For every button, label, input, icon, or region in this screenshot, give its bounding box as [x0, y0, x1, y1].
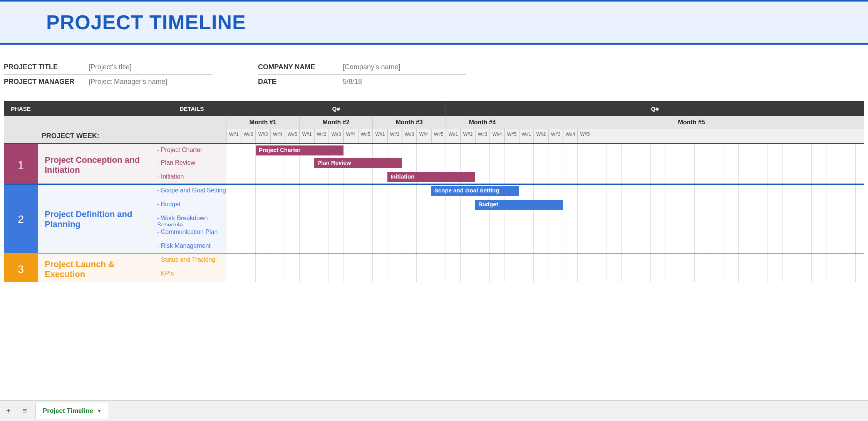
detail-cell[interactable]: - Communication Plan	[157, 226, 226, 240]
phase-row[interactable]: - Communication Plan	[4, 226, 864, 240]
week-cell: W#1	[373, 129, 387, 143]
meta-label: PROJECT MANAGER	[4, 78, 89, 86]
meta-value[interactable]: 5/8/18	[343, 78, 362, 86]
week-cell: W#2	[387, 129, 402, 143]
phase-row[interactable]: - Initiation Initiation	[4, 171, 864, 185]
gantt-bar[interactable]: Initiation	[387, 172, 475, 182]
week-cell: W#5	[504, 129, 519, 143]
week-cell: W#4	[270, 129, 285, 143]
gantt-bar[interactable]: Plan Review	[314, 158, 402, 168]
week-cell: W#2	[534, 129, 548, 143]
meta-row[interactable]: PROJECT MANAGER [Project Manager's name]	[4, 75, 212, 89]
week-cell: W#5	[285, 129, 300, 143]
detail-cell[interactable]: - Plan Review	[157, 157, 226, 171]
meta-label: PROJECT TITLE	[4, 63, 89, 71]
meta-row[interactable]: COMPANY NAME [Company's name]	[258, 60, 466, 75]
week-cell: W#1	[226, 129, 241, 143]
meta-row[interactable]: PROJECT TITLE [Project's title]	[4, 60, 212, 75]
month-cell: Month #3	[373, 116, 446, 129]
phase-row[interactable]: - Risk Management	[4, 240, 864, 254]
schedule-grid[interactable]: PHASE DETAILS Q# Q# Month #1 Month #2 Mo…	[4, 101, 864, 282]
detail-cell[interactable]: - Status and Tracking	[157, 254, 226, 268]
month-cell: Month #2	[300, 116, 373, 129]
detail-cell[interactable]: - Scope and Goal Setting	[157, 185, 226, 199]
meta-row[interactable]: DATE 5/8/18	[258, 75, 466, 89]
meta-label: DATE	[258, 78, 343, 86]
phase-row[interactable]: - Plan Review Plan Review	[4, 157, 864, 171]
phase-row[interactable]: 3 Project Launch & Execution - Status an…	[4, 254, 864, 268]
week-cell: W#4	[490, 129, 504, 143]
month-cell: Month #4	[446, 116, 519, 129]
gantt-lane[interactable]	[226, 240, 864, 253]
detail-cell[interactable]: - Work Breakdown Schedule	[157, 212, 226, 226]
meta-value[interactable]: [Company's name]	[343, 63, 400, 71]
phase-row[interactable]: - Work Breakdown Schedule	[4, 212, 864, 226]
page-title: PROJECT TIMELINE	[46, 11, 868, 34]
phase-row[interactable]: - KPIs	[4, 268, 864, 282]
meta-section: PROJECT TITLE [Project's title] PROJECT …	[0, 45, 868, 101]
gantt-lane[interactable]	[226, 226, 864, 240]
project-week-label: PROJECT WEEK:	[38, 129, 226, 143]
week-cell: W#1	[446, 129, 461, 143]
week-cell: W#5	[431, 129, 446, 143]
meta-value[interactable]: [Project Manager's name]	[89, 78, 168, 86]
header-row-weeks: PROJECT WEEK: W#1 W#2 W#3 W#4 W#5 W#1 W#…	[4, 129, 864, 143]
week-cell: W#3	[475, 129, 490, 143]
detail-cell[interactable]: - Budget	[157, 199, 226, 212]
gantt-bar[interactable]: Budget	[475, 200, 563, 210]
phase-row[interactable]: - Budget Budget	[4, 199, 864, 212]
gantt-lane[interactable]	[226, 268, 864, 282]
gantt-lane[interactable]	[226, 212, 864, 226]
meta-label: COMPANY NAME	[258, 63, 343, 71]
gantt-bar[interactable]: Scope and Goal Setting	[431, 186, 519, 196]
phase-row[interactable]: 2 Project Definition and Planning - Scop…	[4, 185, 864, 199]
meta-right: COMPANY NAME [Company's name] DATE 5/8/1…	[258, 60, 466, 89]
gantt-lane[interactable]	[226, 254, 864, 268]
week-cell: W#1	[300, 129, 314, 143]
header-row-top: PHASE DETAILS Q# Q#	[4, 102, 864, 116]
week-cell: W#4	[417, 129, 431, 143]
gantt-bar[interactable]: Project Charter	[256, 145, 344, 155]
detail-cell[interactable]: - Project Charter	[157, 144, 226, 157]
col-quarter2: Q#	[446, 102, 864, 116]
gantt-lane[interactable]: Scope and Goal Setting	[226, 185, 864, 199]
week-cell: W#2	[241, 129, 256, 143]
month-cell: Month #1	[226, 116, 300, 129]
detail-cell[interactable]: - Risk Management	[157, 240, 226, 253]
gantt-lane[interactable]: Budget	[226, 199, 864, 212]
header-row-months: Month #1 Month #2 Month #3 Month #4 Mont…	[4, 116, 864, 129]
col-details: DETAILS	[157, 102, 226, 116]
week-cell: W#2	[461, 129, 475, 143]
week-cell: W#5	[578, 129, 592, 143]
col-phase: PHASE	[4, 102, 38, 116]
meta-value[interactable]: [Project's title]	[89, 63, 131, 71]
week-cell: W#2	[314, 129, 329, 143]
gantt-lane[interactable]: Project Charter	[226, 144, 864, 157]
phase-row[interactable]: 1 Project Conception and Initiation - Pr…	[4, 143, 864, 157]
week-cell: W#3	[256, 129, 270, 143]
week-cell: W#1	[519, 129, 534, 143]
title-banner: PROJECT TIMELINE	[0, 0, 868, 45]
col-quarter: Q#	[226, 102, 446, 116]
week-cell: W#4	[344, 129, 358, 143]
detail-cell[interactable]: - Initiation	[157, 171, 226, 184]
month-cell: Month #5	[519, 116, 864, 129]
week-cell: W#4	[563, 129, 578, 143]
detail-cell[interactable]: - KPIs	[157, 268, 226, 282]
week-cell: W#5	[358, 129, 373, 143]
gantt-lane[interactable]: Plan Review	[226, 157, 864, 171]
meta-left: PROJECT TITLE [Project's title] PROJECT …	[4, 60, 212, 89]
week-cell: W#3	[329, 129, 344, 143]
week-cell: W#3	[402, 129, 417, 143]
gantt-lane[interactable]: Initiation	[226, 171, 864, 184]
week-cell: W#3	[548, 129, 563, 143]
